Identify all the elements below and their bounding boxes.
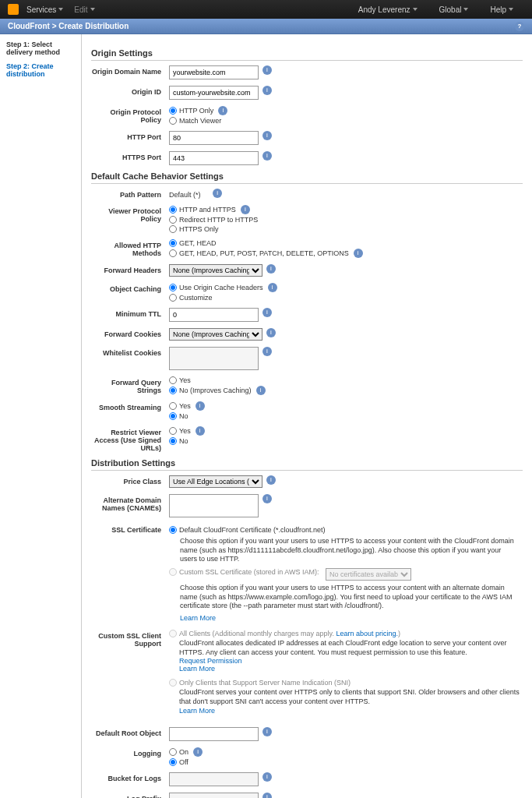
radio-match-viewer[interactable] xyxy=(169,117,177,125)
main-form: Origin Settings Origin Domain Name i Ori… xyxy=(82,34,532,798)
label-forward-cookies: Forward Cookies xyxy=(91,328,169,338)
help-icon[interactable]: i xyxy=(266,328,276,337)
radio-ra-yes[interactable] xyxy=(169,427,177,435)
label-ssl-cert: SSL Certificate xyxy=(91,524,169,534)
edit-menu[interactable]: Edit xyxy=(74,5,94,14)
label-log-prefix: Log Prefix xyxy=(91,793,169,798)
radio-get-head-all[interactable] xyxy=(169,249,177,257)
help-icon[interactable]: i xyxy=(266,475,276,485)
learn-pricing-link[interactable]: Learn about pricing. xyxy=(336,630,398,637)
help-icon[interactable]: i xyxy=(262,86,272,95)
help-icon[interactable]: i xyxy=(262,308,272,317)
wizard-sidebar: Step 1: Select delivery method Step 2: C… xyxy=(0,34,82,798)
caret-down-icon xyxy=(90,8,95,11)
request-permission-link[interactable]: Request Permission xyxy=(179,657,242,665)
origin-id-input[interactable] xyxy=(169,86,259,100)
breadcrumb-service[interactable]: CloudFront xyxy=(8,22,50,30)
help-icon[interactable]: i xyxy=(196,426,205,436)
help-icon[interactable]: i xyxy=(256,386,266,395)
radio-ss-yes[interactable] xyxy=(169,402,177,410)
help-icon[interactable]: i xyxy=(262,131,272,140)
help-icon[interactable]: i xyxy=(193,747,203,757)
radio-customize[interactable] xyxy=(169,294,177,302)
top-nav: Services Edit Andy Leverenz Global Help xyxy=(0,0,532,19)
radio-ra-no[interactable] xyxy=(169,437,177,445)
label-https-port: HTTPS Port xyxy=(91,151,169,161)
services-menu[interactable]: Services xyxy=(26,5,63,14)
help-icon[interactable]: i xyxy=(241,205,250,214)
label-ssl-client: Custom SSL Client Support xyxy=(91,630,169,648)
radio-http-only[interactable] xyxy=(169,107,177,115)
section-origin: Origin Settings xyxy=(91,48,523,61)
radio-log-on[interactable] xyxy=(169,748,177,756)
help-icon[interactable]: i xyxy=(354,249,363,258)
help-icon[interactable]: i xyxy=(262,772,272,782)
radio-https-only[interactable] xyxy=(169,225,177,233)
help-icon[interactable]: i xyxy=(262,347,272,356)
origin-domain-input[interactable] xyxy=(169,65,259,79)
sidebar-step-1[interactable]: Step 1: Select delivery method xyxy=(6,41,75,56)
radio-ssl-default[interactable] xyxy=(169,526,177,534)
breadcrumb: CloudFront > Create Distribution ? xyxy=(0,19,532,34)
label-min-ttl: Minimum TTL xyxy=(91,308,169,318)
min-ttl-input[interactable] xyxy=(169,308,259,322)
price-class-select[interactable]: Use All Edge Locations (Best Perform xyxy=(169,475,262,488)
path-pattern-value: Default (*) xyxy=(169,189,201,199)
ssl-custom-desc: Choose this option if you want your user… xyxy=(180,584,520,611)
alt-domain-input[interactable] xyxy=(169,494,259,517)
label-viewer-protocol: Viewer Protocol Policy xyxy=(91,205,169,223)
help-icon[interactable]: i xyxy=(262,793,272,798)
radio-log-off[interactable] xyxy=(169,758,177,766)
caret-down-icon xyxy=(413,8,417,11)
help-icon[interactable]: i xyxy=(213,189,222,198)
help-icon[interactable]: i xyxy=(218,106,227,115)
aws-logo-icon[interactable] xyxy=(8,4,19,15)
ssl-custom-label: Custom SSL Certificate (stored in AWS IA… xyxy=(179,568,319,576)
forward-headers-select[interactable]: None (Improves Caching) xyxy=(169,264,262,277)
log-prefix-input[interactable] xyxy=(169,793,259,798)
radio-get-head[interactable] xyxy=(169,239,177,247)
radio-ss-no[interactable] xyxy=(169,412,177,420)
radio-fq-yes[interactable] xyxy=(169,376,177,384)
label-path-pattern: Path Pattern xyxy=(91,189,169,199)
section-cache: Default Cache Behavior Settings xyxy=(91,171,523,184)
region-menu[interactable]: Global xyxy=(439,5,469,14)
sidebar-step-2[interactable]: Step 2: Create distribution xyxy=(6,62,75,78)
caret-down-icon xyxy=(509,8,513,11)
radio-fq-no[interactable] xyxy=(169,387,177,394)
ssl-default-desc: Choose this option if you want your user… xyxy=(180,537,520,564)
ssl-learn-more-link[interactable]: Learn More xyxy=(180,614,216,622)
help-icon[interactable]: i xyxy=(262,494,272,503)
default-root-input[interactable] xyxy=(169,727,259,741)
section-dist: Distribution Settings xyxy=(91,458,523,471)
bucket-logs-input[interactable] xyxy=(169,772,259,786)
help-icon[interactable]: i xyxy=(266,264,276,274)
caret-down-icon xyxy=(58,8,63,11)
help-icon[interactable]: ? xyxy=(515,22,524,31)
help-icon[interactable]: i xyxy=(262,65,272,75)
label-origin-id: Origin ID xyxy=(91,86,169,96)
label-whitelist-cookies: Whitelist Cookies xyxy=(91,347,169,357)
help-menu[interactable]: Help xyxy=(490,5,513,14)
radio-http-and-https[interactable] xyxy=(169,206,177,214)
breadcrumb-page[interactable]: Create Distribution xyxy=(58,22,129,30)
help-icon[interactable]: i xyxy=(268,283,277,292)
caret-down-icon xyxy=(463,8,468,11)
label-object-caching: Object Caching xyxy=(91,283,169,293)
whitelist-cookies-input[interactable] xyxy=(169,347,259,370)
label-http-port: HTTP Port xyxy=(91,131,169,141)
radio-redirect-https[interactable] xyxy=(169,216,177,224)
label-restrict-access: Restrict Viewer Access (Use Signed URLs) xyxy=(91,426,169,452)
label-alt-domain: Alternate Domain Names (CNAMEs) xyxy=(91,494,169,512)
help-icon[interactable]: i xyxy=(262,151,272,161)
label-smooth-streaming: Smooth Streaming xyxy=(91,401,169,411)
radio-use-origin[interactable] xyxy=(169,284,177,291)
https-port-input[interactable] xyxy=(169,151,259,165)
forward-cookies-select[interactable]: None (Improves Caching) xyxy=(169,328,262,341)
help-icon[interactable]: i xyxy=(196,401,205,411)
user-menu[interactable]: Andy Leverenz xyxy=(358,5,417,14)
help-icon[interactable]: i xyxy=(262,727,272,736)
learn-more-link[interactable]: Learn More xyxy=(179,665,215,673)
learn-more-link-2[interactable]: Learn More xyxy=(179,707,215,715)
http-port-input[interactable] xyxy=(169,131,259,145)
